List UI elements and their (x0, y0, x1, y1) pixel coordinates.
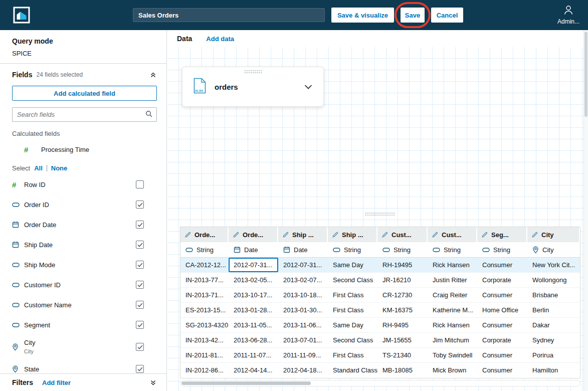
column-type-cell[interactable]: String (477, 242, 527, 257)
table-cell[interactable]: 2012-04-18... (278, 363, 328, 378)
column-type-cell[interactable]: String (180, 242, 229, 257)
column-header[interactable]: Ship ... (328, 227, 377, 242)
table-cell[interactable]: Consumer (477, 348, 527, 362)
table-cell[interactable]: Toby Swindell (428, 348, 477, 362)
table-cell[interactable]: Consumer (477, 288, 527, 302)
table-cell[interactable]: Justin Ritter (428, 273, 477, 287)
column-header[interactable]: Orde... (180, 227, 229, 242)
table-cell[interactable]: JM-15655 (377, 333, 428, 347)
table-cell[interactable]: Brisbane (527, 288, 580, 302)
table-row[interactable]: IN-2013-71...2013-10-17...2013-10-18...F… (180, 288, 580, 303)
table-cell[interactable]: IN-2011-81... (180, 348, 229, 362)
field-checkbox[interactable] (136, 241, 144, 249)
field-row-ship-mode[interactable]: Ship Mode (0, 255, 166, 275)
vertical-scrollbar-thumb[interactable] (584, 32, 587, 117)
table-row[interactable]: ES-2013-15...2013-01-28...2013-01-30...F… (180, 303, 580, 318)
table-drag-handle[interactable] (365, 212, 395, 216)
table-row[interactable]: IN-2011-81...2011-11-07...2011-11-09...F… (180, 348, 580, 363)
save-and-visualize-button[interactable]: Save & visualize (331, 8, 394, 23)
table-row[interactable]: IN-2013-42...2013-06-28...2013-07-01...S… (180, 333, 580, 348)
table-cell[interactable]: First Class (328, 348, 377, 362)
field-checkbox[interactable] (136, 201, 144, 209)
table-cell[interactable]: 2013-11-05... (229, 318, 278, 332)
horizontal-scrollbar[interactable] (180, 380, 580, 386)
quicksight-logo-icon[interactable] (13, 7, 30, 24)
table-cell[interactable]: 2013-02-05... (229, 273, 278, 287)
field-checkbox[interactable] (136, 365, 144, 373)
column-type-cell[interactable]: Date (278, 242, 328, 257)
table-cell[interactable]: 2013-01-30... (278, 303, 328, 317)
table-cell[interactable]: Jim Mitchum (428, 333, 477, 347)
source-table-card[interactable]: XLSX orders (182, 67, 324, 107)
table-cell[interactable]: Consumer (477, 318, 527, 332)
table-cell[interactable]: Corporate (477, 333, 527, 347)
search-fields-input[interactable] (13, 111, 145, 118)
table-cell[interactable]: 2012-04-14... (229, 363, 278, 378)
table-cell[interactable]: Hamilton (527, 363, 580, 378)
table-cell[interactable]: First Class (328, 288, 377, 302)
cancel-button[interactable]: Cancel (431, 8, 463, 23)
select-all-link[interactable]: All (34, 164, 43, 172)
table-cell[interactable]: Craig Reiter (428, 288, 477, 302)
table-cell[interactable]: Porirua (527, 348, 580, 362)
table-cell[interactable]: 2011-11-07... (229, 348, 278, 362)
table-cell[interactable]: Consumer (477, 258, 527, 272)
table-cell[interactable]: Corporate (477, 273, 527, 287)
table-cell[interactable]: 2013-11-06... (278, 318, 328, 332)
column-header[interactable]: Cust... (377, 227, 428, 242)
field-checkbox[interactable] (136, 281, 144, 289)
table-row[interactable]: CA-2012-12...2012-07-31...2012-07-31...S… (180, 258, 580, 273)
table-cell[interactable]: 2012-07-31... (278, 258, 328, 272)
column-type-cell[interactable]: Date (229, 242, 278, 257)
add-data-link[interactable]: Add data (206, 35, 234, 43)
save-button[interactable]: Save (401, 8, 425, 23)
table-cell[interactable]: CA-2012-12... (180, 258, 229, 272)
add-filter-link[interactable]: Add filter (42, 379, 150, 386)
table-cell[interactable]: Standard Class (328, 363, 377, 378)
table-cell[interactable]: Second Class (328, 333, 377, 347)
table-cell[interactable]: Sydney (527, 333, 580, 347)
table-cell[interactable]: 2013-07-01... (278, 333, 328, 347)
table-cell[interactable]: IN-2013-71... (180, 288, 229, 302)
chevron-down-icon[interactable] (304, 85, 312, 89)
field-row-city[interactable]: CityCity (0, 335, 166, 359)
table-cell[interactable]: SG-2013-4320 (180, 318, 229, 332)
table-cell[interactable]: Home Office (477, 303, 527, 317)
table-row[interactable]: IN-2013-77...2013-02-05...2013-02-07...S… (180, 273, 580, 288)
table-cell[interactable]: Berlin (527, 303, 580, 317)
table-cell[interactable]: 2013-06-28... (229, 333, 278, 347)
column-header[interactable]: Ship ... (278, 227, 328, 242)
table-cell[interactable]: Dakar (527, 318, 580, 332)
table-cell[interactable]: Same Day (328, 258, 377, 272)
table-cell[interactable]: RH-9495 (377, 318, 428, 332)
field-row-order-date[interactable]: Order Date (0, 215, 166, 235)
calculated-field-processing-time[interactable]: # Processing Time (12, 143, 154, 155)
field-row-ship-date[interactable]: Ship Date (0, 235, 166, 255)
collapse-filters-icon[interactable] (150, 379, 156, 386)
vertical-scrollbar[interactable] (583, 30, 588, 391)
drag-handle[interactable] (244, 70, 262, 73)
user-menu[interactable]: Admin... (552, 5, 585, 25)
table-cell[interactable]: 2013-10-18... (278, 288, 328, 302)
field-row-row-id[interactable]: #Row ID (0, 174, 166, 194)
table-cell[interactable]: TS-21340 (377, 348, 428, 362)
field-checkbox[interactable] (136, 301, 144, 309)
collapse-fields-icon[interactable] (150, 72, 156, 78)
column-type-cell[interactable]: City (527, 242, 580, 257)
table-cell[interactable]: Rick Hansen (428, 318, 477, 332)
table-cell[interactable]: ES-2013-15... (180, 303, 229, 317)
field-checkbox[interactable] (136, 343, 144, 351)
column-header[interactable]: Orde... (229, 227, 278, 242)
column-type-cell[interactable]: String (377, 242, 428, 257)
table-cell[interactable]: Same Day (328, 318, 377, 332)
field-row-segment[interactable]: Segment (0, 315, 166, 335)
select-none-link[interactable]: None (51, 164, 68, 172)
field-row-customer-name[interactable]: Customer Name (0, 295, 166, 315)
table-cell[interactable]: RH-19495 (377, 258, 428, 272)
column-header[interactable]: Cust... (428, 227, 477, 242)
table-cell[interactable]: Consumer (477, 363, 527, 378)
table-cell[interactable]: 2012-07-31... (229, 258, 278, 272)
column-header[interactable]: City (527, 227, 580, 242)
table-cell[interactable]: MB-18085 (377, 363, 428, 378)
add-calculated-field-button[interactable]: Add calculated field (12, 86, 157, 101)
